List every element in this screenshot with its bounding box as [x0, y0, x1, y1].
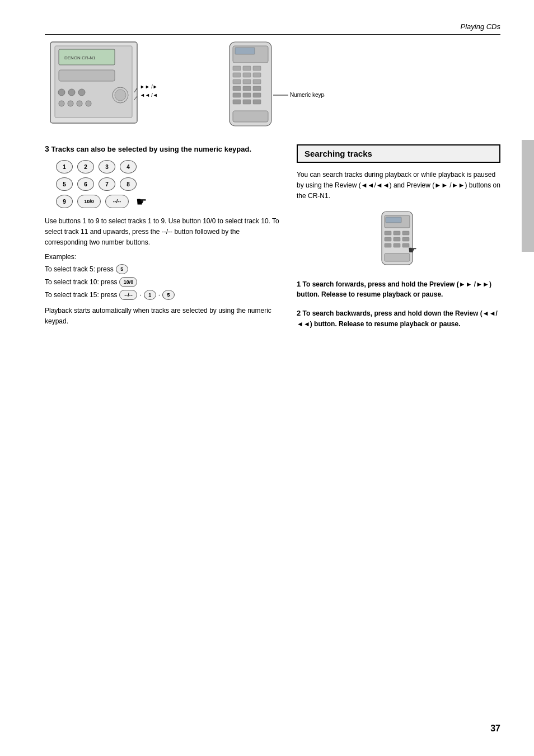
hand-cursor-icon: ☛ [136, 195, 147, 209]
svg-rect-29 [253, 79, 261, 84]
example-2-btn: 10/0 [119, 277, 137, 287]
svg-rect-25 [243, 73, 251, 77]
example-3-dot2: · [158, 291, 160, 299]
svg-rect-32 [253, 86, 261, 91]
svg-rect-51 [385, 243, 391, 247]
example-3: To select track 15: press --/-- · 1 · 5 [45, 290, 280, 300]
keypad-btn-4: 4 [120, 160, 137, 173]
keypad-btn-3: 3 [99, 160, 115, 173]
svg-point-7 [78, 89, 85, 96]
cd-player-svg: DENON CR-N1 ►► /►► ◄◄ /◄◄ [45, 39, 157, 132]
keypad-btn-5: 5 [56, 177, 73, 191]
svg-rect-22 [243, 66, 251, 71]
svg-point-11 [86, 101, 91, 106]
remote-small-container: ☛ [297, 209, 500, 270]
svg-rect-52 [394, 243, 400, 247]
svg-rect-54 [385, 253, 410, 261]
remote-svg: Numeric keypad [213, 39, 325, 132]
svg-rect-45 [385, 231, 391, 235]
keypad-grid: 1 2 3 4 5 6 7 8 9 10/0 --/-- [56, 160, 280, 209]
instructions-text: Use buttons 1 to 9 to select tracks 1 to… [45, 216, 280, 248]
examples-label: Examples: [45, 253, 280, 261]
header-title: Playing CDs [460, 22, 500, 31]
example-1-text: To select track 5: press [45, 265, 114, 273]
example-3-dot1: · [139, 291, 141, 299]
svg-point-6 [68, 89, 75, 96]
svg-rect-34 [243, 93, 251, 97]
keypad-btn-8: 8 [120, 177, 137, 191]
keypad-btn-7: 7 [99, 177, 115, 191]
svg-point-9 [68, 101, 73, 106]
example-1-btn: 5 [116, 264, 128, 274]
example-3-btn-1: 1 [144, 290, 156, 300]
svg-text:Numeric keypad: Numeric keypad [290, 92, 325, 98]
svg-rect-48 [385, 237, 391, 241]
svg-rect-37 [243, 100, 251, 104]
example-2: To select track 10: press 10/0 [45, 277, 280, 287]
keypad-btn-dash: --/-- [105, 195, 129, 208]
svg-rect-23 [253, 66, 261, 71]
remote-area: Numeric keypad [213, 39, 325, 133]
remote-small-svg: ☛ [373, 209, 424, 270]
right-step-1-text: To search forwards, press and hold the P… [297, 280, 491, 299]
step3-header: 3 Tracks can also be selected by using t… [45, 144, 280, 153]
right-step-2-text: To search backwards, press and hold down… [297, 309, 498, 328]
step3-number: 3 [45, 144, 49, 153]
example-2-text: To select track 10: press [45, 278, 117, 286]
svg-rect-46 [394, 231, 400, 235]
svg-point-10 [77, 101, 82, 106]
main-content: 3 Tracks can also be selected by using t… [45, 144, 500, 337]
svg-rect-33 [233, 93, 241, 97]
svg-rect-26 [253, 73, 261, 77]
svg-rect-27 [233, 79, 241, 84]
page-number: 37 [490, 724, 500, 734]
example-3-btn-5: 5 [162, 290, 175, 300]
svg-rect-49 [394, 237, 400, 241]
svg-text:DENON CR-N1: DENON CR-N1 [64, 55, 96, 60]
keypad-btn-6: 6 [77, 177, 94, 191]
svg-rect-24 [233, 73, 241, 77]
example-1: To select track 5: press 5 [45, 264, 280, 274]
keypad-btn-10: 10/0 [77, 195, 101, 208]
svg-rect-31 [243, 86, 251, 91]
svg-rect-28 [243, 79, 251, 84]
left-column: 3 Tracks can also be selected by using t… [45, 144, 280, 337]
page-container: Playing CDs DENON CR-N1 [0, 0, 534, 756]
svg-rect-50 [402, 237, 409, 241]
example-3-text: To select track 15: press [45, 291, 117, 299]
svg-rect-47 [402, 231, 409, 235]
svg-point-13 [115, 90, 126, 101]
svg-rect-30 [233, 86, 241, 91]
keypad-btn-9: 9 [56, 195, 73, 208]
intro-text: You can search tracks during playback or… [297, 170, 500, 202]
svg-text:◄◄ /◄◄: ◄◄ /◄◄ [140, 92, 157, 98]
keypad-btn-2: 2 [77, 160, 94, 173]
svg-text:☛: ☛ [408, 245, 417, 256]
illustrations-row: DENON CR-N1 ►► /►► ◄◄ /◄◄ [45, 39, 500, 133]
step-3-section: 3 Tracks can also be selected by using t… [45, 144, 280, 327]
step3-text: Tracks can also be selected by using the… [51, 145, 251, 153]
example-3-btn-dash: --/-- [119, 290, 137, 300]
keypad-row-3: 9 10/0 --/-- ☛ [56, 195, 280, 209]
svg-rect-35 [253, 93, 261, 97]
keypad-row-1: 1 2 3 4 [56, 160, 280, 173]
svg-rect-44 [386, 217, 401, 223]
keypad-btn-1: 1 [56, 160, 73, 173]
svg-rect-39 [233, 111, 268, 122]
cd-player-area: DENON CR-N1 ►► /►► ◄◄ /◄◄ [45, 39, 157, 133]
right-step-1-number: 1 [297, 280, 301, 288]
svg-point-8 [59, 101, 64, 106]
sidebar-bar [522, 140, 534, 252]
svg-rect-4 [59, 70, 115, 81]
svg-text:►► /►►: ►► /►► [140, 84, 157, 90]
searching-tracks-title: Searching tracks [305, 149, 372, 158]
right-step-2-number: 2 [297, 309, 301, 317]
svg-point-5 [58, 89, 65, 96]
playback-note: Playback starts automatically when track… [45, 306, 280, 327]
svg-rect-36 [233, 100, 241, 104]
svg-rect-20 [235, 48, 255, 54]
page-header: Playing CDs [45, 22, 500, 35]
svg-rect-21 [233, 66, 241, 71]
right-step-2: 2 To search backwards, press and hold do… [297, 308, 500, 329]
right-step-1: 1 To search forwards, press and hold the… [297, 279, 500, 300]
